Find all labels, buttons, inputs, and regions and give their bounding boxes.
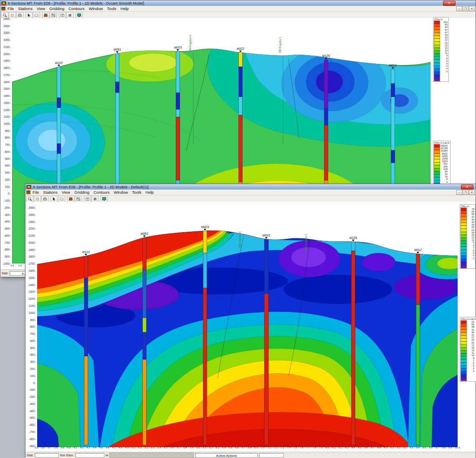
station-triangle-icon [143, 235, 146, 237]
station-triangle-icon [204, 229, 206, 230]
active-actions-field[interactable]: Active Actions [195, 453, 258, 458]
station-marker: st012 [414, 248, 422, 253]
app-icon [1, 1, 6, 5]
pointer-icon[interactable] [25, 12, 33, 18]
y-axis-elevation-1d: 2500240023002200210020001900180017001600… [0, 18, 11, 265]
child-restore-button[interactable]: ❐ [463, 6, 468, 11]
borehole-label: DH Kuyusu 4 [189, 35, 192, 51]
well-st122 [84, 256, 88, 445]
menu-view[interactable]: View [35, 6, 47, 11]
columns-icon[interactable] [91, 196, 99, 202]
colorbar-ohm-m-1d: Ohm.m 1008369574739332722191613119865443 [433, 17, 449, 82]
elev-value-field[interactable] [75, 453, 104, 458]
well-st012 [416, 254, 420, 445]
menu-window[interactable]: Window [87, 6, 105, 11]
marquee-select-icon[interactable] [58, 196, 65, 202]
station-marker: st023 [174, 46, 182, 51]
mdi-child-icon [26, 190, 30, 194]
station-triangle-icon [177, 49, 179, 51]
station-marker: st051 [114, 48, 121, 53]
colorbar-ohm-m-layered-2d: Ohm.m Lay'd 6455484136312723201715131110… [460, 317, 476, 382]
print-icon[interactable] [16, 12, 23, 18]
well-st051 [143, 238, 147, 445]
zoom-icon[interactable] [26, 196, 33, 202]
grid-table-icon[interactable] [59, 12, 66, 18]
child-restore-button[interactable]: ❐ [463, 190, 468, 195]
colorbar-ohm-m-2d: Ohm.m 786555474034292521181513119876543 [460, 204, 476, 269]
close-button[interactable]: ✕ [461, 185, 473, 190]
station-triangle-icon [417, 252, 419, 253]
desktop: X-Sections MT: From E08 - [Profile: Prof… [0, 0, 476, 458]
window-2d-models: X-Sections MT: From E08 - [Profile: Prof… [25, 184, 476, 458]
contour-fill-icon[interactable] [67, 196, 74, 202]
menu-stations[interactable]: Stations [16, 6, 34, 11]
contour-lines-icon[interactable] [50, 12, 57, 18]
menu-file[interactable]: File [5, 6, 16, 11]
menu-stations[interactable]: Stations [41, 190, 59, 195]
menu-help[interactable]: Help [119, 6, 131, 11]
station-marker: st125 [322, 54, 330, 59]
extra-status-field [259, 453, 284, 458]
menubar-1d: File Stations View Gridding Contours Win… [0, 6, 476, 12]
window-title: X-Sections MT: From E08 - [Profile: Prof… [33, 185, 460, 189]
mdi-child-icon [1, 7, 5, 10]
y-axis-elevation-2d: 2500240023002200210020001900180017001600… [25, 206, 36, 448]
close-button[interactable]: ✕ [443, 1, 456, 6]
station-marker: st022 [263, 234, 270, 239]
x-axis-distance-2d: 3.53.63.73.83.94.04.14.24.34.44.54.64.74… [35, 446, 460, 449]
station-triangle-icon [392, 67, 394, 69]
station-marker: st122 [55, 61, 63, 66]
borehole-label: DH Kuyusu 4 [238, 232, 241, 248]
station-marker: st023 [201, 225, 209, 230]
dist-label: Dist: [27, 453, 33, 457]
child-minimize-button[interactable]: – [456, 190, 462, 195]
menu-tools[interactable]: Tools [130, 190, 143, 195]
contour-lines-icon[interactable] [75, 196, 82, 202]
titlebar-2d[interactable]: X-Sections MT: From E08 - [Profile: Prof… [25, 184, 476, 190]
station-marker: st022 [237, 47, 244, 52]
well-st022 [264, 239, 268, 445]
dist-value-field[interactable] [35, 453, 59, 458]
station-triangle-icon [325, 58, 327, 59]
child-close-button[interactable]: ✕ [469, 6, 475, 11]
app-icon [26, 185, 31, 189]
cross-section-plot-2d[interactable] [37, 208, 458, 447]
marquee-select-icon[interactable] [33, 12, 40, 18]
station-triangle-icon [265, 237, 268, 239]
borehole-label: DH Kuyusu 1 [304, 234, 307, 250]
progress-area [109, 453, 194, 458]
menu-contours[interactable]: Contours [66, 6, 87, 11]
dist-label: Dist: [2, 271, 8, 275]
statusbar-2d: Dist: Km Elev: m Active Actions [25, 452, 476, 458]
menu-gridding[interactable]: Gridding [47, 6, 66, 11]
station-triangle-icon [352, 240, 354, 241]
contour-fill-icon[interactable] [42, 12, 49, 18]
window-title: X-Sections MT: From E08 - [Profile: Prof… [8, 1, 442, 5]
menu-tools[interactable]: Tools [105, 6, 118, 11]
menu-gridding[interactable]: Gridding [72, 190, 91, 195]
elev-unit: m [106, 453, 109, 457]
elev-label: Elev: [66, 453, 74, 457]
menubar-2d: File Stations View Gridding Contours Win… [25, 190, 476, 195]
menu-view[interactable]: View [60, 190, 72, 195]
child-minimize-button[interactable]: – [456, 6, 462, 11]
titlebar-1d[interactable]: X-Sections MT: From E08 - [Profile: Prof… [0, 0, 476, 6]
menu-window[interactable]: Window [112, 190, 130, 195]
pointer-icon[interactable] [51, 196, 58, 202]
display-icon[interactable] [101, 196, 108, 202]
child-close-button[interactable]: ✕ [469, 190, 475, 195]
well-st023 [203, 231, 207, 445]
menu-contours[interactable]: Contours [91, 190, 112, 195]
print-icon[interactable] [41, 196, 48, 202]
station-triangle-icon [116, 51, 119, 53]
columns-icon[interactable] [66, 12, 73, 18]
station-marker: st051 [141, 232, 148, 237]
dist-unit: Km [60, 453, 65, 457]
pan-icon[interactable] [34, 196, 41, 202]
menu-file[interactable]: File [30, 190, 41, 195]
station-marker: st012 [389, 64, 397, 69]
display-icon[interactable] [76, 12, 83, 18]
grid-table-icon[interactable] [84, 196, 91, 202]
station-marker: st125 [349, 236, 357, 241]
menu-help[interactable]: Help [144, 190, 156, 195]
